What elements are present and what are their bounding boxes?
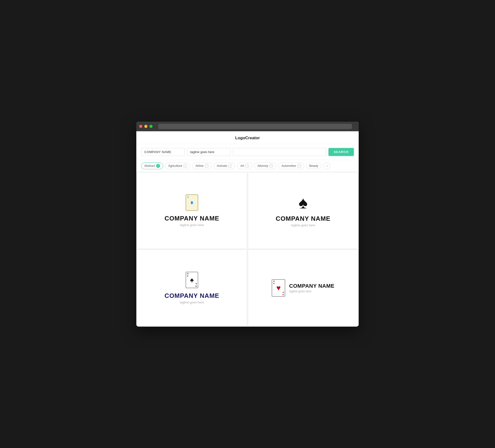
filter-next-button[interactable]: → (323, 162, 330, 169)
card3-center: ♠ (190, 276, 194, 284)
filter-automotive-check: ✓ (297, 164, 301, 168)
filter-attorney[interactable]: Attorney ✓ (254, 162, 276, 169)
logo-card-2[interactable]: ♠ COMPANY NAME tagline goes here (248, 172, 359, 249)
browser-window: LogoCreator SEARCH Abstract ✓ Agricultur… (136, 122, 359, 327)
logo-card-3[interactable]: A♠ ♠ A♠ COMPANY NAME tagline goes here (136, 249, 248, 327)
logo4-text-block: COMPANY NAME tagline goes here (289, 283, 334, 293)
card3-top-left: A♠ (187, 273, 189, 278)
url-bar[interactable] (158, 124, 352, 129)
tagline-input[interactable] (187, 148, 231, 156)
filter-bar: Abstract ✓ Agriculture ✓ Airline ✓ Anima… (136, 160, 359, 172)
app-title: LogoCreator (235, 136, 260, 140)
filter-attorney-check: ✓ (269, 164, 273, 168)
titlebar (136, 122, 359, 131)
logo-icon-1: 1 ♦ (186, 194, 198, 211)
filter-airline[interactable]: Airline ✓ (192, 162, 211, 169)
filter-beauty-label: Beauty (309, 164, 318, 168)
card3-bottom-right: A♠ (195, 282, 197, 287)
company-name-input[interactable] (141, 148, 185, 156)
logo1-tagline: tagline goes here (180, 223, 204, 227)
minimize-button[interactable] (144, 125, 147, 128)
logo-icon-2: ♠ (299, 194, 307, 211)
keyword-input[interactable] (233, 148, 326, 156)
close-button[interactable] (139, 125, 142, 128)
filter-abstract-check: ✓ (156, 164, 160, 168)
playing-card-blue-icon: 1 ♦ (186, 194, 198, 211)
logo-grid: 1 ♦ COMPANY NAME tagline goes here ♠ COM… (136, 172, 359, 327)
ace-spades-card-icon: A♠ ♠ A♠ (186, 272, 198, 288)
filter-agriculture[interactable]: Agriculture ✓ (165, 162, 190, 169)
filter-automotive[interactable]: Automotive ✓ (278, 162, 304, 169)
logo3-company-name: COMPANY NAME (165, 292, 219, 300)
card-symbol: ♦ (190, 199, 193, 206)
card-number: 1 (187, 196, 189, 198)
filter-airline-label: Airline (195, 164, 203, 168)
filter-agriculture-label: Agriculture (168, 164, 182, 168)
filter-animals-label: Animals (217, 164, 227, 168)
logo4-tagline: tagline goes here (289, 290, 334, 293)
maximize-button[interactable] (149, 125, 152, 128)
logo4-company-name: COMPANY NAME (289, 283, 334, 289)
card4-center: ♥ (276, 284, 281, 292)
logo4-wrapper: A♥ ♥ A♥ COMPANY NAME tagline goes here (272, 279, 334, 297)
logo-card-1[interactable]: 1 ♦ COMPANY NAME tagline goes here (136, 172, 248, 249)
logo-icon-3: A♠ ♠ A♠ (186, 272, 198, 288)
filter-beauty[interactable]: Beauty (306, 163, 321, 169)
filter-abstract[interactable]: Abstract ✓ (141, 162, 163, 169)
filter-art-label: Art (240, 164, 244, 168)
spade-symbol-icon: ♠ (299, 193, 307, 212)
filter-art[interactable]: Art ✓ (237, 162, 252, 169)
app-header: LogoCreator (136, 131, 359, 144)
filter-art-check: ✓ (245, 164, 249, 168)
logo3-tagline: tagline goes here (180, 301, 204, 304)
filter-attorney-label: Attorney (257, 164, 268, 168)
filter-animals-check: ✓ (228, 164, 232, 168)
logo2-tagline: tagline goes here (291, 224, 315, 227)
card4-bottom-right: A♥ (282, 291, 284, 296)
filter-abstract-label: Abstract (144, 164, 155, 168)
filter-automotive-label: Automotive (281, 164, 296, 168)
card4-top-left: A♥ (273, 280, 275, 285)
logo2-company-name: COMPANY NAME (276, 215, 330, 223)
search-button[interactable]: SEARCH (329, 148, 354, 156)
filter-agriculture-check: ✓ (183, 164, 187, 168)
logo1-company-name: COMPANY NAME (165, 215, 219, 222)
filter-animals[interactable]: Animals ✓ (214, 162, 235, 169)
ace-hearts-card-icon: A♥ ♥ A♥ (272, 279, 285, 297)
filter-airline-check: ✓ (205, 164, 209, 168)
search-bar: SEARCH (136, 144, 359, 160)
logo-card-4[interactable]: A♥ ♥ A♥ COMPANY NAME tagline goes here (248, 249, 359, 327)
